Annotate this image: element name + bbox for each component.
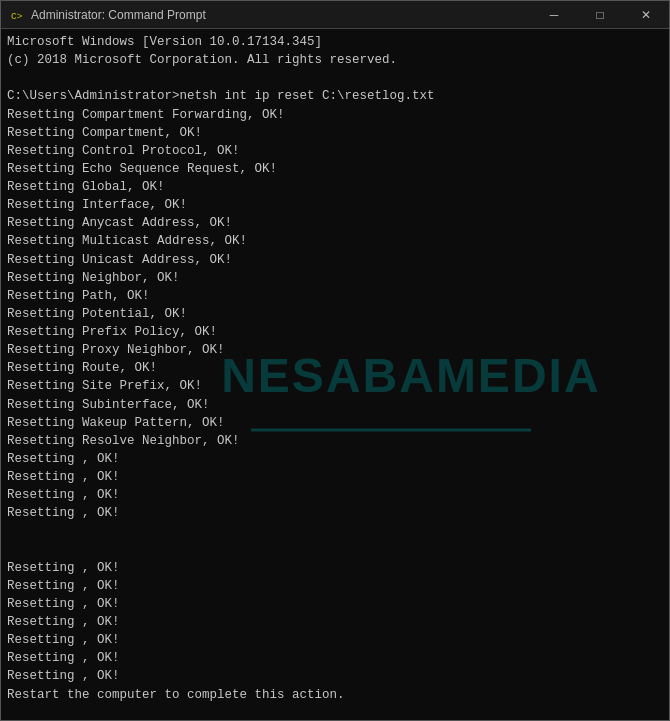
minimize-button[interactable]: ─: [531, 1, 577, 29]
title-bar: C> Administrator: Command Prompt ─ □ ✕: [1, 1, 669, 29]
title-bar-buttons: ─ □ ✕: [531, 1, 669, 29]
terminal-body[interactable]: Microsoft Windows [Version 10.0.17134.34…: [1, 29, 669, 720]
window: C> Administrator: Command Prompt ─ □ ✕ M…: [0, 0, 670, 721]
cmd-icon: C>: [9, 7, 25, 23]
maximize-button[interactable]: □: [577, 1, 623, 29]
close-button[interactable]: ✕: [623, 1, 669, 29]
title-bar-title: Administrator: Command Prompt: [31, 8, 206, 22]
svg-text:C>: C>: [11, 11, 23, 22]
title-bar-left: C> Administrator: Command Prompt: [9, 7, 206, 23]
terminal-output: Microsoft Windows [Version 10.0.17134.34…: [7, 33, 663, 720]
